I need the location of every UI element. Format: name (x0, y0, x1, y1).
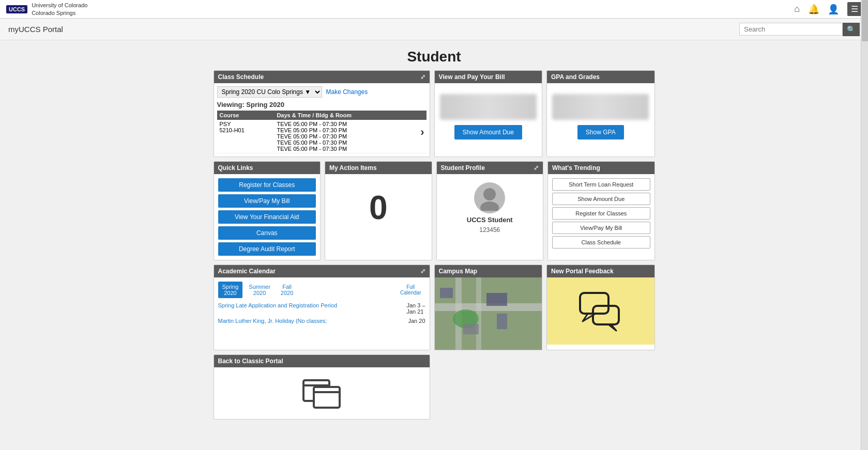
campus-map-widget: Campus Map (434, 265, 543, 350)
schedule-scroll-area[interactable]: Course Days & Time / Bldg & Room PSY5210… (217, 111, 427, 153)
second-bar: myUCCS Portal 🔍 (0, 19, 868, 40)
calendar-event-2: Martin Luther King, Jr. Holiday (No clas… (218, 318, 425, 324)
svg-rect-11 (580, 293, 608, 314)
schedule-next-arrow[interactable]: › (420, 126, 424, 139)
times-cell: TEVE 05:00 PM - 07:30 PM TEVE 05:00 PM -… (274, 120, 426, 153)
uccs-logo-box: UCCS (6, 5, 27, 13)
svg-rect-8 (463, 324, 479, 334)
canvas-button[interactable]: Canvas (218, 226, 316, 240)
student-profile-expand-icon[interactable]: ⤢ (534, 164, 539, 172)
classic-portal-icon (301, 373, 342, 414)
profile-body: UCCS Student 123456 (437, 174, 543, 241)
whats-trending-header: What's Trending (548, 162, 654, 174)
gpa-grades-header: GPA and Grades (547, 71, 654, 83)
trending-register-classes-button[interactable]: Register for Classes (552, 207, 650, 220)
trending-view-pay-bill-button[interactable]: View/Pay My Bill (552, 222, 650, 234)
home-icon[interactable]: ⌂ (794, 4, 800, 14)
course-col-header: Course (217, 111, 275, 120)
campus-map-header: Campus Map (435, 265, 542, 277)
quick-links-widget: Quick Links Register for Classes View/Pa… (214, 161, 321, 260)
top-icons: ⌂ 🔔 👤 ☰ (794, 2, 862, 16)
svg-rect-9 (486, 293, 507, 306)
svg-rect-13 (593, 306, 619, 324)
chat-icon (577, 290, 624, 332)
times-col-header: Days & Time / Bldg & Room (274, 111, 426, 120)
event-2-date: Jan 20 (408, 318, 425, 324)
bill-body: Show Amount Due (435, 83, 542, 150)
semester-select[interactable]: Spring 2020 CU Colo Springs ▼ (217, 86, 322, 98)
search-area: 🔍 (739, 23, 860, 36)
search-button[interactable]: 🔍 (843, 23, 860, 36)
trending-show-amount-due-button[interactable]: Show Amount Due (552, 193, 650, 205)
action-items-widget: My Action Items 0 (325, 161, 432, 260)
campus-map-svg (435, 277, 542, 350)
academic-calendar-widget: Academic Calendar ⤢ Spring2020 Summer202… (214, 265, 430, 350)
trending-class-schedule-button[interactable]: Class Schedule (552, 236, 650, 249)
make-changes-link[interactable]: Make Changes (326, 88, 368, 96)
bill-blurred-content (440, 94, 537, 120)
student-profile-widget: Student Profile ⤢ UCCS Student 123456 (436, 161, 544, 260)
profile-id: 123456 (479, 226, 500, 234)
svg-rect-17 (314, 387, 340, 408)
fall-2020-tab[interactable]: Fall2020 (277, 282, 297, 298)
table-row: PSY5210-H01 TEVE 05:00 PM - 07:30 PM TEV… (217, 120, 427, 153)
row-3: Academic Calendar ⤢ Spring2020 Summer202… (214, 265, 655, 350)
bell-icon[interactable]: 🔔 (808, 4, 819, 15)
course-cell: PSY5210-H01 (217, 120, 275, 153)
show-gpa-button[interactable]: Show GPA (577, 125, 624, 139)
class-schedule-expand-icon[interactable]: ⤢ (420, 73, 425, 81)
summer-2020-tab[interactable]: Summer2020 (245, 282, 275, 298)
show-amount-due-button[interactable]: Show Amount Due (454, 125, 522, 139)
class-schedule-header: Class Schedule ⤢ (214, 71, 430, 83)
university-name: University of Colorado Colorado Springs (32, 2, 87, 17)
action-count: 0 (369, 189, 388, 227)
register-for-classes-button[interactable]: Register for Classes (218, 178, 316, 192)
whats-trending-widget: What's Trending Short Term Loan Request … (547, 161, 655, 260)
user-icon[interactable]: 👤 (828, 4, 839, 15)
event-2-name[interactable]: Martin Luther King, Jr. Holiday (No clas… (218, 318, 404, 324)
class-schedule-body: Spring 2020 CU Colo Springs ▼ Make Chang… (214, 83, 430, 157)
academic-calendar-header: Academic Calendar ⤢ (214, 265, 430, 277)
academic-calendar-expand-icon[interactable]: ⤢ (420, 268, 425, 275)
schedule-table: Course Days & Time / Bldg & Room PSY5210… (217, 111, 427, 153)
student-profile-header: Student Profile ⤢ (437, 162, 543, 174)
quick-links-body: Register for Classes View/Pay My Bill Vi… (214, 174, 321, 260)
svg-rect-5 (476, 277, 481, 350)
svg-rect-10 (497, 314, 507, 329)
event-1-name[interactable]: Spring Late Application and Registration… (218, 302, 403, 315)
classic-body[interactable] (214, 367, 430, 419)
short-term-loan-button[interactable]: Short Term Loan Request (552, 178, 650, 191)
degree-audit-button[interactable]: Degree Audit Report (218, 242, 316, 256)
svg-point-0 (483, 188, 496, 200)
svg-rect-7 (440, 288, 453, 298)
campus-map-body[interactable] (435, 277, 542, 350)
calendar-event-1: Spring Late Application and Registration… (218, 302, 425, 315)
search-input[interactable] (739, 23, 843, 36)
top-bar: UCCS University of Colorado Colorado Spr… (0, 0, 868, 19)
scrollbar-thumb (862, 0, 868, 41)
back-to-classic-header: Back to Classic Portal (214, 355, 430, 367)
trending-body: Short Term Loan Request Show Amount Due … (548, 174, 654, 253)
view-financial-aid-button[interactable]: View Your Financial Aid (218, 210, 316, 224)
row-2: Quick Links Register for Classes View/Pa… (214, 161, 655, 260)
back-to-classic-widget: Back to Classic Portal (214, 354, 430, 420)
full-calendar-tab[interactable]: FullCalendar (396, 282, 425, 298)
menu-button[interactable]: ☰ (847, 2, 862, 16)
action-items-body: 0 (325, 174, 432, 241)
portal-title: myUCCS Portal (8, 25, 63, 34)
action-items-header: My Action Items (325, 162, 432, 174)
page-scrollbar[interactable] (861, 0, 868, 424)
view-pay-my-bill-button[interactable]: View/Pay My Bill (218, 194, 316, 208)
event-1-date: Jan 3 –Jan 21 (406, 302, 425, 315)
calendar-tabs: Spring2020 Summer2020 Fall2020 FullCalen… (218, 282, 425, 298)
campus-map-image (435, 277, 542, 350)
spring-2020-tab[interactable]: Spring2020 (218, 282, 243, 298)
gpa-blurred-content (552, 94, 649, 120)
feedback-body[interactable] (547, 277, 654, 345)
logo-area: UCCS University of Colorado Colorado Spr… (6, 2, 87, 17)
svg-point-1 (480, 201, 499, 211)
gpa-body: Show GPA (547, 83, 654, 150)
viewing-label: Viewing: Spring 2020 (217, 101, 427, 108)
page-title: Student (0, 40, 868, 70)
row-4: Back to Classic Portal (214, 354, 655, 420)
